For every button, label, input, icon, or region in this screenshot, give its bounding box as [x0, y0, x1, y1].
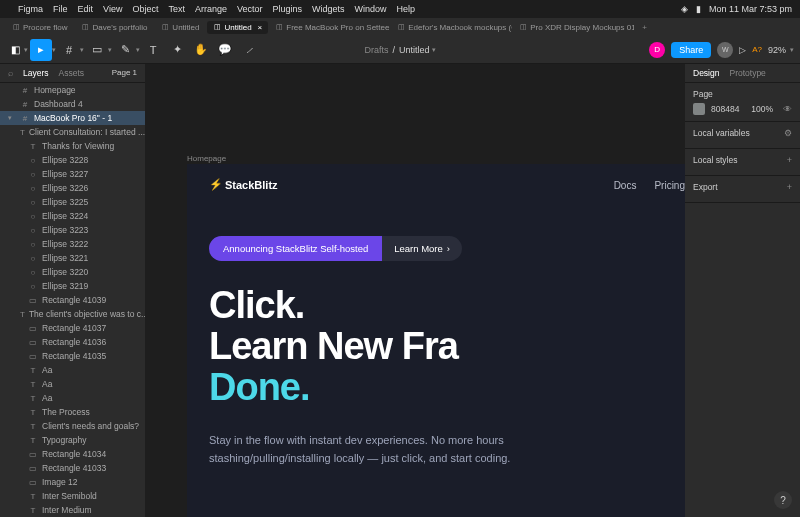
chevron-down-icon[interactable]: ▾: [790, 46, 794, 54]
layer-row[interactable]: TThe client's objective was to c...: [0, 307, 145, 321]
local-styles-label[interactable]: Local styles: [693, 155, 737, 165]
layer-row[interactable]: ▭Rectangle 41036: [0, 335, 145, 349]
figma-menu-icon[interactable]: ◧: [6, 41, 24, 59]
resources-tool[interactable]: ✦: [166, 39, 188, 61]
layer-row[interactable]: TInter Medium: [0, 503, 145, 517]
share-button[interactable]: Share: [671, 42, 711, 58]
caret-icon[interactable]: ▾: [8, 114, 16, 122]
plus-icon[interactable]: +: [787, 155, 792, 165]
layer-list[interactable]: #Homepage#Dashboard 4▾#MacBook Pro 16" -…: [0, 83, 145, 517]
wifi-icon[interactable]: ◈: [681, 4, 688, 14]
tab-layers[interactable]: Layers: [23, 68, 49, 78]
layer-row[interactable]: ▭Rectangle 41034: [0, 447, 145, 461]
menu-widgets[interactable]: Widgets: [312, 4, 345, 14]
dev-mode-tool[interactable]: ⟋: [238, 39, 260, 61]
chevron-down-icon[interactable]: ▾: [108, 46, 112, 54]
menu-help[interactable]: Help: [397, 4, 416, 14]
menu-object[interactable]: Object: [132, 4, 158, 14]
layer-row[interactable]: ○Ellipse 3223: [0, 223, 145, 237]
layer-row[interactable]: TInter Semibold: [0, 489, 145, 503]
page-color-opacity[interactable]: 100%: [751, 104, 773, 114]
layer-row[interactable]: ○Ellipse 3221: [0, 251, 145, 265]
tab-design[interactable]: Design: [693, 68, 719, 78]
document-tab[interactable]: ◫Dave's portfolio: [75, 21, 153, 34]
document-tab[interactable]: ◫Free MacBook Pro on Settee Mockup: [270, 21, 390, 34]
chevron-down-icon[interactable]: ▾: [52, 46, 56, 54]
artboard-homepage[interactable]: ⚡ StackBlitz Docs Pricing Announcing Sta…: [187, 164, 685, 517]
menu-text[interactable]: Text: [168, 4, 185, 14]
zoom-level[interactable]: 92%: [768, 45, 786, 55]
ai-badge[interactable]: A?: [752, 45, 762, 54]
chevron-down-icon[interactable]: ▾: [136, 46, 140, 54]
layer-row[interactable]: TAa: [0, 377, 145, 391]
page-color-swatch[interactable]: [693, 103, 705, 115]
layer-row[interactable]: TTypography: [0, 433, 145, 447]
document-title[interactable]: Drafts / Untitled ▾: [364, 45, 435, 55]
layer-row[interactable]: TClient's needs and goals?: [0, 419, 145, 433]
avatar[interactable]: W: [717, 42, 733, 58]
new-tab-button[interactable]: +: [638, 23, 651, 32]
frame-label[interactable]: Homepage: [187, 154, 226, 163]
tab-prototype[interactable]: Prototype: [729, 68, 765, 78]
text-tool[interactable]: T: [142, 39, 164, 61]
layer-row[interactable]: ○Ellipse 3220: [0, 265, 145, 279]
comment-tool[interactable]: 💬: [214, 39, 236, 61]
layer-row[interactable]: ▭Rectangle 41037: [0, 321, 145, 335]
layer-row[interactable]: ▭Rectangle 41033: [0, 461, 145, 475]
menu-window[interactable]: Window: [355, 4, 387, 14]
menu-view[interactable]: View: [103, 4, 122, 14]
search-icon[interactable]: ⌕: [8, 68, 13, 78]
pen-tool[interactable]: ✎: [114, 39, 136, 61]
chevron-down-icon[interactable]: ▾: [80, 46, 84, 54]
layer-row[interactable]: #Homepage: [0, 83, 145, 97]
layer-row[interactable]: TThe Process: [0, 405, 145, 419]
layer-row[interactable]: ▭Image 12: [0, 475, 145, 489]
menu-plugins[interactable]: Plugins: [272, 4, 302, 14]
document-tab[interactable]: ◫Untitled×: [207, 21, 268, 34]
layer-row[interactable]: #Dashboard 4: [0, 97, 145, 111]
help-button[interactable]: ?: [774, 491, 792, 509]
plus-icon[interactable]: +: [787, 182, 792, 192]
layer-row[interactable]: ○Ellipse 3224: [0, 209, 145, 223]
shape-tool[interactable]: ▭: [86, 39, 108, 61]
move-tool[interactable]: ▸: [30, 39, 52, 61]
tab-assets[interactable]: Assets: [59, 68, 85, 78]
clock[interactable]: Mon 11 Mar 7:53 pm: [709, 4, 792, 14]
layer-row[interactable]: ▾#MacBook Pro 16" - 1: [0, 111, 145, 125]
layer-row[interactable]: ○Ellipse 3219: [0, 279, 145, 293]
menu-edit[interactable]: Edit: [78, 4, 94, 14]
layer-row[interactable]: TAa: [0, 391, 145, 405]
eye-icon[interactable]: 👁: [783, 104, 792, 114]
layer-row[interactable]: TThanks for Viewing: [0, 139, 145, 153]
layer-row[interactable]: ○Ellipse 3228: [0, 153, 145, 167]
frame-tool[interactable]: #: [58, 39, 80, 61]
chevron-down-icon[interactable]: ▾: [24, 46, 28, 54]
layer-row[interactable]: ▭Rectangle 41035: [0, 349, 145, 363]
layer-row[interactable]: TClient Consultation: I started ...: [0, 125, 145, 139]
layer-row[interactable]: TAa: [0, 363, 145, 377]
document-tab[interactable]: ◫Edefor's Macbook mockups (Comm...: [392, 21, 512, 34]
layer-row[interactable]: ○Ellipse 3227: [0, 167, 145, 181]
layer-row[interactable]: ○Ellipse 3222: [0, 237, 145, 251]
hand-tool[interactable]: ✋: [190, 39, 212, 61]
canvas[interactable]: Homepage ⚡ StackBlitz Docs Pricing Annou…: [145, 64, 685, 517]
export-label[interactable]: Export: [693, 182, 718, 192]
settings-icon[interactable]: ⚙: [784, 128, 792, 138]
menubar-app[interactable]: Figma: [18, 4, 43, 14]
close-icon[interactable]: ×: [258, 23, 263, 32]
layer-row[interactable]: ▭Rectangle 41039: [0, 293, 145, 307]
present-icon[interactable]: ▷: [739, 45, 746, 55]
document-tab[interactable]: ◫Untitled: [155, 21, 205, 34]
document-tab[interactable]: ◫Pro XDR Display Mockups 01 (FREE): [514, 21, 634, 34]
page-color-hex[interactable]: 808484: [711, 104, 739, 114]
battery-icon[interactable]: ▮: [696, 4, 701, 14]
user-badge[interactable]: D: [649, 42, 665, 58]
layer-row[interactable]: ○Ellipse 3225: [0, 195, 145, 209]
document-tab[interactable]: ◫Procore flow: [6, 21, 73, 34]
local-variables-label[interactable]: Local variables: [693, 128, 750, 138]
menu-arrange[interactable]: Arrange: [195, 4, 227, 14]
layer-row[interactable]: ○Ellipse 3226: [0, 181, 145, 195]
menu-file[interactable]: File: [53, 4, 68, 14]
menu-vector[interactable]: Vector: [237, 4, 263, 14]
page-selector[interactable]: Page 1: [112, 68, 137, 78]
